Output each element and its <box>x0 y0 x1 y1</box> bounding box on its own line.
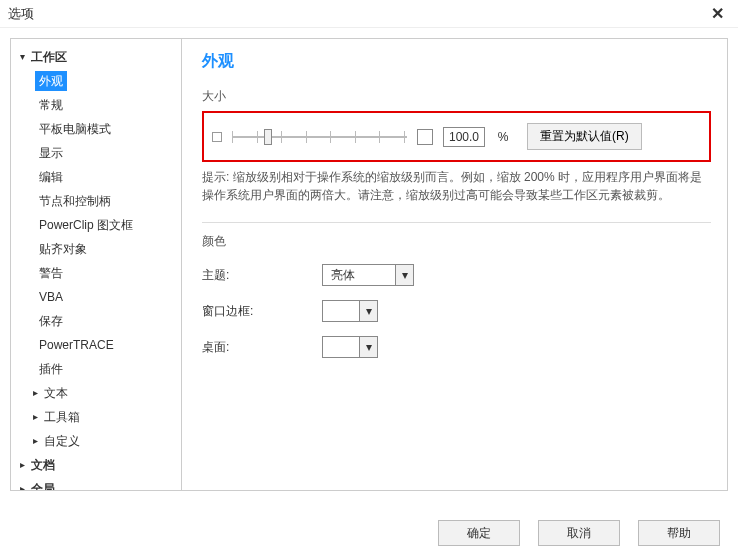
chevron-right-icon: ▸ <box>30 432 40 450</box>
desktop-combo[interactable]: ▾ <box>322 336 378 358</box>
size-preview-icon <box>212 132 222 142</box>
size-label: 大小 <box>202 88 711 105</box>
tree-item-save[interactable]: 保存 <box>13 309 179 333</box>
chevron-right-icon: ▸ <box>30 408 40 426</box>
tree-item-tablet[interactable]: 平板电脑模式 <box>13 117 179 141</box>
chevron-down-icon: ▾ <box>359 301 377 321</box>
options-dialog: 选项 ✕ ▾ 工作区 外观 常规 平板电脑模式 显示 编辑 节点和控制柄 Pow… <box>0 0 738 555</box>
size-suffix: % <box>495 130 511 144</box>
ok-button[interactable]: 确定 <box>438 520 520 546</box>
border-row: 窗口边框: ▾ <box>202 300 711 322</box>
help-button[interactable]: 帮助 <box>638 520 720 546</box>
category-tree: ▾ 工作区 外观 常规 平板电脑模式 显示 编辑 节点和控制柄 PowerCli… <box>10 38 182 491</box>
border-label: 窗口边框: <box>202 303 322 320</box>
tree-item-appearance[interactable]: 外观 <box>13 69 179 93</box>
theme-row: 主题: 亮体 ▾ <box>202 264 711 286</box>
border-value <box>323 301 359 321</box>
chevron-right-icon: ▸ <box>17 480 27 491</box>
size-checkbox[interactable] <box>417 129 433 145</box>
tree-item-toolbox[interactable]: ▸工具箱 <box>13 405 179 429</box>
tree-item-snap[interactable]: 贴齐对象 <box>13 237 179 261</box>
desktop-row: 桌面: ▾ <box>202 336 711 358</box>
client-area: ▾ 工作区 外观 常规 平板电脑模式 显示 编辑 节点和控制柄 PowerCli… <box>0 28 738 501</box>
size-slider[interactable] <box>232 127 407 147</box>
size-hint: 提示: 缩放级别相对于操作系统的缩放级别而言。例如，缩放 200% 时，应用程序… <box>202 168 711 204</box>
tree-item-warn[interactable]: 警告 <box>13 261 179 285</box>
chevron-right-icon: ▸ <box>17 456 27 474</box>
tree-workspace[interactable]: ▾ 工作区 <box>13 45 179 69</box>
size-highlight-box: 100.0 % 重置为默认值(R) <box>202 111 711 162</box>
theme-combo[interactable]: 亮体 ▾ <box>322 264 414 286</box>
chevron-down-icon: ▾ <box>359 337 377 357</box>
tree-item-plugins[interactable]: 插件 <box>13 357 179 381</box>
reset-button[interactable]: 重置为默认值(R) <box>527 123 642 150</box>
tree-item-edit[interactable]: 编辑 <box>13 165 179 189</box>
tree-global[interactable]: ▸全局 <box>13 477 179 491</box>
panel-heading: 外观 <box>202 51 711 72</box>
theme-value: 亮体 <box>323 265 395 285</box>
desktop-value <box>323 337 359 357</box>
border-combo[interactable]: ▾ <box>322 300 378 322</box>
tree-document[interactable]: ▸文档 <box>13 453 179 477</box>
tree-item-custom[interactable]: ▸自定义 <box>13 429 179 453</box>
tree-item-nodes[interactable]: 节点和控制柄 <box>13 189 179 213</box>
slider-thumb[interactable] <box>264 129 272 145</box>
window-title: 选项 <box>8 5 705 23</box>
tree-item-powerclip[interactable]: PowerClip 图文框 <box>13 213 179 237</box>
desktop-label: 桌面: <box>202 339 322 356</box>
tree-item-text[interactable]: ▸文本 <box>13 381 179 405</box>
titlebar: 选项 ✕ <box>0 0 738 28</box>
tree-item-powertrace[interactable]: PowerTRACE <box>13 333 179 357</box>
chevron-down-icon: ▾ <box>395 265 413 285</box>
cancel-button[interactable]: 取消 <box>538 520 620 546</box>
close-icon[interactable]: ✕ <box>705 4 730 23</box>
slider-track <box>232 136 407 138</box>
tree-item-display[interactable]: 显示 <box>13 141 179 165</box>
size-value[interactable]: 100.0 <box>443 127 485 147</box>
chevron-down-icon: ▾ <box>17 48 27 66</box>
tree-item-vba[interactable]: VBA <box>13 285 179 309</box>
settings-panel: 外观 大小 100.0 % 重置 <box>182 38 728 491</box>
chevron-right-icon: ▸ <box>30 384 40 402</box>
theme-label: 主题: <box>202 267 322 284</box>
color-label: 颜色 <box>202 233 711 250</box>
tree-item-general[interactable]: 常规 <box>13 93 179 117</box>
dialog-footer: 确定 取消 帮助 <box>0 511 738 555</box>
divider <box>202 222 711 223</box>
